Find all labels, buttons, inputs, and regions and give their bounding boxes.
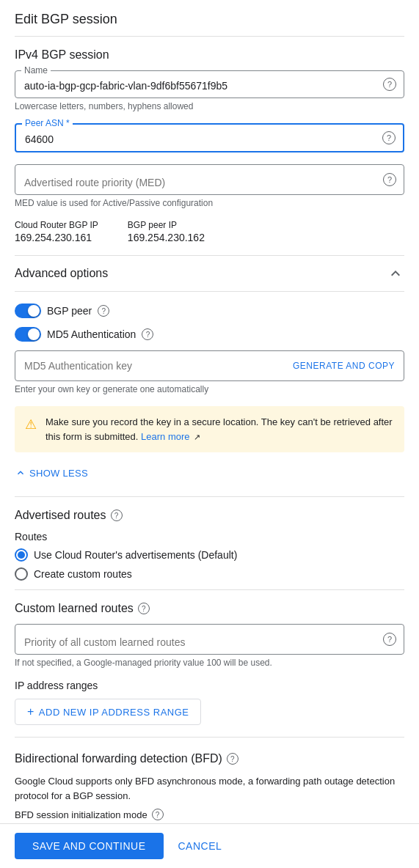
bgp-peer-ip-col: BGP peer IP 169.254.230.162 bbox=[128, 220, 205, 243]
radio-default-btn[interactable] bbox=[15, 548, 28, 562]
peer-asn-field-group: Peer ASN * ? bbox=[15, 123, 404, 152]
bgp-peer-toggle[interactable] bbox=[15, 304, 41, 318]
ip-address-ranges-section: IP address ranges + ADD NEW IP ADDRESS R… bbox=[15, 680, 404, 725]
save-continue-button[interactable]: SAVE AND CONTINUE bbox=[15, 833, 164, 859]
bgp-peer-label: BGP peer bbox=[47, 305, 92, 317]
name-help-icon[interactable]: ? bbox=[383, 78, 396, 91]
footer-bar: SAVE AND CONTINUE CANCEL bbox=[0, 823, 419, 868]
chevron-up-icon bbox=[15, 467, 26, 479]
name-field-hint: Lowercase letters, numbers, hyphens allo… bbox=[15, 101, 404, 111]
md5-auth-label: MD5 Authentication bbox=[47, 328, 136, 340]
warning-text: Make sure you record the key in a secure… bbox=[45, 415, 394, 444]
warning-message: Make sure you record the key in a secure… bbox=[45, 416, 393, 442]
route-priority-hint: MED value is used for Active/Passive con… bbox=[15, 198, 404, 208]
route-priority-input-wrapper: ? bbox=[15, 164, 404, 195]
add-ip-range-plus-icon: + bbox=[27, 705, 34, 718]
custom-learned-routes-title-text: Custom learned routes bbox=[15, 602, 134, 615]
warning-icon: ⚠ bbox=[25, 416, 37, 444]
bfd-help-icon[interactable]: ? bbox=[227, 753, 238, 765]
add-ip-range-button[interactable]: + ADD NEW IP ADDRESS RANGE bbox=[15, 699, 201, 725]
divider-3 bbox=[15, 737, 404, 738]
page-title: Edit BGP session bbox=[15, 12, 404, 37]
divider-2 bbox=[15, 589, 404, 590]
priority-hint: If not specified, a Google-managed prior… bbox=[15, 658, 404, 668]
advertised-routes-title: Advertised routes ? bbox=[15, 509, 404, 522]
custom-learned-routes-help-icon[interactable]: ? bbox=[138, 603, 150, 614]
warning-box: ⚠ Make sure you record the key in a secu… bbox=[15, 406, 404, 452]
md5-key-input-row: GENERATE AND COPY bbox=[15, 350, 404, 381]
generate-copy-button[interactable]: GENERATE AND COPY bbox=[284, 361, 404, 371]
priority-field-group: ? If not specified, a Google-managed pri… bbox=[15, 624, 404, 668]
advanced-options-header[interactable]: Advanced options bbox=[15, 255, 404, 292]
ip-info-row: Cloud Router BGP IP 169.254.230.161 BGP … bbox=[15, 220, 404, 243]
peer-asn-input-wrapper: Peer ASN * ? bbox=[15, 123, 404, 152]
cloud-router-bgp-ip-col: Cloud Router BGP IP 169.254.230.161 bbox=[15, 220, 98, 243]
bfd-section: Bidirectional forwarding detection (BFD)… bbox=[15, 749, 404, 820]
md5-key-hint: Enter your own key or generate one autom… bbox=[15, 384, 404, 394]
ip-ranges-title: IP address ranges bbox=[15, 680, 404, 691]
bfd-mode-label: BFD session initialization mode ? bbox=[15, 809, 404, 820]
external-link-icon: ↗ bbox=[194, 433, 200, 441]
bgp-peer-help-icon[interactable]: ? bbox=[98, 305, 109, 317]
bfd-description: Google Cloud supports only BFD asynchron… bbox=[15, 774, 404, 803]
bgp-peer-ip-value: 169.254.230.162 bbox=[128, 232, 205, 243]
md5-auth-toggle-row: MD5 Authentication ? bbox=[15, 327, 404, 342]
bfd-title-text: Bidirectional forwarding detection (BFD) bbox=[15, 752, 222, 765]
custom-learned-routes-title: Custom learned routes ? bbox=[15, 602, 404, 615]
priority-input[interactable] bbox=[24, 633, 374, 648]
bfd-section-title: Bidirectional forwarding detection (BFD)… bbox=[15, 752, 404, 765]
peer-asn-input[interactable] bbox=[25, 133, 374, 145]
name-input-wrapper: Name ? bbox=[15, 70, 404, 98]
learn-more-link[interactable]: Learn more bbox=[141, 431, 189, 442]
bfd-mode-label-text: BFD session initialization mode bbox=[15, 809, 147, 820]
name-field-label: Name bbox=[21, 65, 51, 76]
route-priority-help-icon[interactable]: ? bbox=[383, 173, 396, 186]
md5-key-field-group: GENERATE AND COPY Enter your own key or … bbox=[15, 350, 404, 394]
radio-custom-btn[interactable] bbox=[15, 567, 28, 581]
radio-default-route[interactable]: Use Cloud Router's advertisements (Defau… bbox=[15, 548, 404, 562]
route-priority-field-group: ? MED value is used for Active/Passive c… bbox=[15, 164, 404, 208]
show-less-button[interactable]: SHOW LESS bbox=[15, 461, 88, 485]
name-input[interactable] bbox=[24, 80, 374, 92]
radio-default-label: Use Cloud Router's advertisements (Defau… bbox=[34, 549, 237, 561]
cloud-router-bgp-ip-value: 169.254.230.161 bbox=[15, 232, 92, 243]
advertised-routes-help-icon[interactable]: ? bbox=[111, 510, 123, 521]
ipv4-section-title: IPv4 BGP session bbox=[15, 48, 404, 62]
radio-custom-route[interactable]: Create custom routes bbox=[15, 567, 404, 581]
bfd-mode-help-icon[interactable]: ? bbox=[152, 809, 164, 820]
md5-auth-toggle[interactable] bbox=[15, 327, 41, 342]
md5-key-input[interactable] bbox=[15, 351, 284, 380]
md5-auth-help-icon[interactable]: ? bbox=[142, 328, 153, 340]
radio-custom-label: Create custom routes bbox=[34, 568, 132, 580]
advertised-routes-title-text: Advertised routes bbox=[15, 509, 106, 522]
cloud-router-bgp-ip-label: Cloud Router BGP IP bbox=[15, 220, 98, 230]
peer-asn-field-label: Peer ASN * bbox=[22, 118, 73, 128]
divider-1 bbox=[15, 496, 404, 497]
name-field-group: Name ? Lowercase letters, numbers, hyphe… bbox=[15, 70, 404, 111]
show-less-label: SHOW LESS bbox=[29, 468, 88, 479]
peer-asn-help-icon[interactable]: ? bbox=[382, 131, 396, 144]
add-ip-range-label: ADD NEW IP ADDRESS RANGE bbox=[39, 707, 189, 718]
priority-input-wrapper: ? bbox=[15, 624, 404, 655]
cancel-button[interactable]: CANCEL bbox=[172, 833, 228, 859]
priority-help-icon[interactable]: ? bbox=[383, 633, 396, 646]
bgp-peer-ip-label: BGP peer IP bbox=[128, 220, 205, 230]
advanced-options-collapse-icon bbox=[387, 265, 404, 282]
route-priority-input[interactable] bbox=[24, 174, 374, 188]
advanced-options-title: Advanced options bbox=[15, 267, 108, 280]
bgp-peer-toggle-row: BGP peer ? bbox=[15, 304, 404, 318]
routes-label: Routes bbox=[15, 531, 404, 542]
